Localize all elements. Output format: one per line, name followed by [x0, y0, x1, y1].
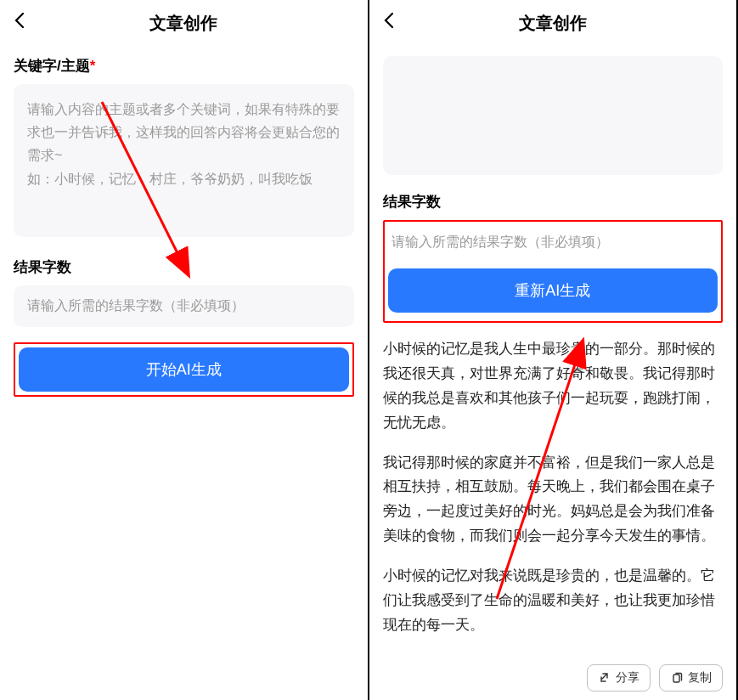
share-button[interactable]: 分享: [587, 664, 651, 692]
keyword-placeholder: 请输入内容的主题或者多个关键词，如果有特殊的要求也一并告诉我，这样我的回答内容将…: [27, 98, 341, 190]
count-label: 结果字数: [383, 192, 724, 212]
copy-label: 复制: [688, 670, 712, 686]
page-title: 文章创作: [383, 12, 724, 35]
right-pane: 文章创作 结果字数 请输入所需的结果字数（非必填项） 重新AI生成 小时候的记忆…: [369, 0, 739, 700]
action-bar: 分享 复制: [587, 664, 723, 692]
result-paragraph: 我记得那时候的家庭并不富裕，但是我们一家人总是相互扶持，相互鼓励。每天晚上，我们…: [383, 450, 724, 549]
count-placeholder: 请输入所需的结果字数（非必填项）: [27, 297, 341, 315]
result-text: 小时候的记忆是我人生中最珍贵的一部分。那时候的我还很天真，对世界充满了好奇和敬畏…: [383, 336, 724, 637]
result-paragraph: 小时候的记忆对我来说既是珍贵的，也是温馨的。它们让我感受到了生命的温暖和美好，也…: [383, 563, 724, 637]
share-label: 分享: [616, 670, 639, 686]
keyword-label: 关键字/主题*: [14, 56, 354, 76]
highlight-box: 请输入所需的结果字数（非必填项） 重新AI生成: [383, 220, 724, 323]
required-star: *: [90, 58, 96, 74]
count-input[interactable]: 请输入所需的结果字数（非必填项）: [14, 285, 354, 327]
back-icon[interactable]: [383, 12, 395, 34]
left-pane: 文章创作 关键字/主题* 请输入内容的主题或者多个关键词，如果有特殊的要求也一并…: [0, 0, 369, 700]
left-content: 关键字/主题* 请输入内容的主题或者多个关键词，如果有特殊的要求也一并告诉我，这…: [0, 46, 368, 700]
copy-button[interactable]: 复制: [659, 664, 723, 692]
header: 文章创作: [0, 0, 368, 46]
keyword-input[interactable]: 请输入内容的主题或者多个关键词，如果有特殊的要求也一并告诉我，这样我的回答内容将…: [14, 84, 354, 237]
count-label: 结果字数: [14, 257, 354, 277]
share-icon: [598, 671, 611, 685]
generate-button[interactable]: 开始AI生成: [19, 347, 349, 392]
highlight-box: 开始AI生成: [14, 342, 354, 397]
svg-rect-2: [673, 675, 679, 682]
copy-icon: [670, 671, 684, 685]
count-input[interactable]: 请输入所需的结果字数（非必填项）: [388, 225, 718, 260]
back-icon[interactable]: [14, 12, 25, 34]
regenerate-button[interactable]: 重新AI生成: [388, 268, 718, 313]
keyword-input-filled[interactable]: [383, 56, 724, 175]
count-placeholder: 请输入所需的结果字数（非必填项）: [392, 234, 715, 251]
result-paragraph: 小时候的记忆是我人生中最珍贵的一部分。那时候的我还很天真，对世界充满了好奇和敬畏…: [383, 336, 724, 435]
right-content: 结果字数 请输入所需的结果字数（非必填项） 重新AI生成 小时候的记忆是我人生中…: [369, 46, 737, 700]
page-title: 文章创作: [14, 12, 354, 35]
header: 文章创作: [369, 0, 737, 46]
